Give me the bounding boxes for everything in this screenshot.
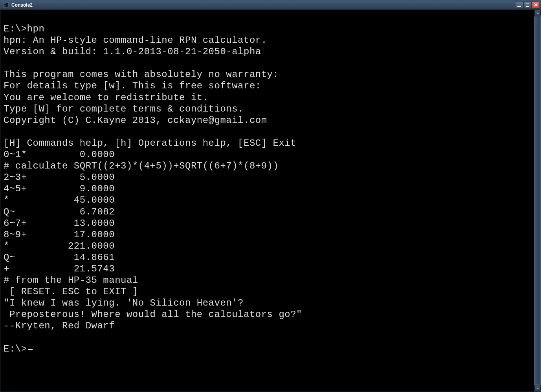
maximize-icon [526,4,529,7]
terminal-output[interactable]: E:\>hpnhpn: An HP-style command-line RPN… [0,10,534,392]
chevron-down-icon [536,388,539,389]
terminal-line: Preposterous! Where would all the calcul… [4,309,531,320]
chevron-up-icon [536,13,539,14]
scroll-thumb[interactable] [534,16,541,385]
main-area: E:\>hpnhpn: An HP-style command-line RPN… [0,10,541,392]
terminal-line: Version & build: 1.1.0-2013-08-21-2050-a… [4,46,531,57]
cursor [28,349,33,350]
terminal-line [4,57,531,69]
scroll-up-button[interactable] [534,10,541,16]
terminal-line: [ RESET. ESC to EXIT ] [4,286,531,297]
close-icon [534,3,538,7]
titlebar[interactable]: > Console2 [0,0,541,10]
terminal-line: hpn: An HP-style command-line RPN calcul… [4,35,531,46]
svg-rect-1 [4,4,6,4]
terminal-line: E:\>hpn [4,23,531,35]
terminal-line: + 21.5743 [4,263,531,275]
terminal-line: # from the HP-35 manual [4,275,531,286]
terminal-line: # calculate SQRT((2+3)*(4+5))+SQRT((6+7)… [4,160,531,172]
terminal-prompt[interactable]: E:\> [4,343,531,355]
terminal-line: * 45.0000 [4,194,531,206]
terminal-line: * 221.0000 [4,240,531,252]
terminal-line [4,332,531,343]
scroll-down-button[interactable] [534,385,541,392]
terminal-line: --Kryten, Red Dwarf [4,320,531,332]
window-controls [515,2,540,9]
minimize-icon [517,6,521,7]
terminal-line: 8~9+ 17.0000 [4,229,531,240]
minimize-button[interactable] [515,2,523,9]
terminal-line: Copyright (C) C.Kayne 2013, cckayne@gmai… [4,115,531,126]
terminal-line: [H] Commands help, [h] Operations help, … [4,137,531,149]
app-icon: > [3,2,9,8]
terminal-line: Q~ 6.7082 [4,206,531,218]
terminal-line: 4~5+ 9.0000 [4,183,531,194]
terminal-line: Q~ 14.8661 [4,252,531,263]
window-title: Console2 [11,2,515,8]
terminal-line: 0~1* 0.0000 [4,149,531,160]
terminal-line: Type [W] for complete terms & conditions… [4,103,531,115]
svg-text:>: > [4,4,6,7]
terminal-line: You are welcome to redistribute it. [4,92,531,103]
close-button[interactable] [532,2,540,9]
vertical-scrollbar[interactable] [534,10,541,392]
maximize-button[interactable] [523,2,532,9]
terminal-line: This program comes with absolutely no wa… [4,69,531,80]
terminal-line: "I knew I was lying. 'No Silicon Heaven'… [4,297,531,309]
terminal-line: 6~7+ 13.0000 [4,218,531,229]
scroll-track[interactable] [534,16,541,385]
terminal-line: 2~3+ 5.0000 [4,172,531,183]
terminal-line [4,126,531,137]
terminal-line: For details type [w]. This is free softw… [4,80,531,92]
app-window: > Console2 E:\>hpnhpn: An HP-style comma… [0,0,541,392]
